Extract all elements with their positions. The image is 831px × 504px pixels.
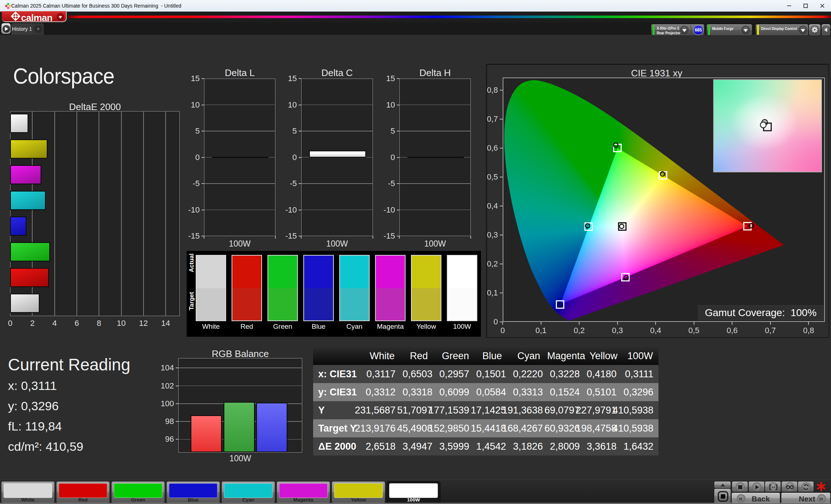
settings-button[interactable] bbox=[809, 24, 821, 36]
meter-name: X-Rite i1Pro 3 bbox=[657, 26, 679, 31]
table-cell-value: 0,6503 bbox=[403, 365, 433, 383]
table-row-label: x: CIE31 bbox=[313, 365, 364, 383]
rgb-y-tick-label: 100 bbox=[152, 399, 174, 408]
next-button[interactable]: Next» bbox=[781, 492, 831, 504]
delta-c-y-tick bbox=[299, 105, 301, 105]
swatch-red bbox=[232, 255, 262, 321]
meter-selector[interactable]: X-Rite i1Pro 3 Rear Projector 665 bbox=[651, 24, 705, 36]
swatch-label: White bbox=[193, 323, 229, 331]
inset-measured-point bbox=[760, 122, 766, 128]
play-button[interactable] bbox=[748, 481, 765, 492]
patch-swatch bbox=[59, 483, 107, 498]
delta-c-y-tick-label: -5 bbox=[276, 179, 297, 188]
patch-button-green[interactable]: Green bbox=[111, 481, 165, 503]
calman-menu-dropdown[interactable] bbox=[57, 13, 64, 21]
tab-history-1[interactable]: History 1 bbox=[11, 23, 33, 35]
delta-h-y-tick bbox=[397, 78, 399, 79]
stop-button[interactable] bbox=[732, 481, 748, 492]
patch-button-magenta[interactable]: Magenta bbox=[277, 481, 330, 503]
cie-y-tick bbox=[500, 90, 503, 91]
cie-measured-blue bbox=[558, 303, 562, 307]
delta-l-y-tick bbox=[201, 157, 204, 158]
swatch-label: Green bbox=[265, 323, 301, 331]
delta-l-y-tick bbox=[201, 131, 204, 131]
deltae-bar-white bbox=[10, 294, 40, 313]
table-cell-value: 0,3318 bbox=[403, 383, 433, 401]
display-name: Direct Display Control bbox=[761, 26, 797, 31]
patch-label: Green bbox=[112, 497, 165, 503]
patch-button-white[interactable]: White bbox=[1, 481, 55, 503]
minimize-button[interactable] bbox=[781, 0, 798, 11]
rgb-y-tick bbox=[176, 403, 178, 404]
swatch-label: Magenta bbox=[372, 323, 408, 331]
table-value: 213,9176 bbox=[364, 419, 401, 437]
table-cell-value: 177,1539 bbox=[428, 401, 469, 419]
delta-h-zero-bar bbox=[407, 157, 464, 158]
swatch-cyan bbox=[339, 255, 370, 321]
range-button[interactable] bbox=[765, 481, 781, 492]
delta-c-gridline bbox=[301, 183, 373, 184]
source-dropdown-arrow[interactable] bbox=[741, 26, 750, 34]
table-row-label: ΔE 2000 bbox=[313, 437, 364, 455]
table-cell-value: 2,6518 bbox=[366, 437, 396, 455]
cie-x-tick-label: 0 bbox=[492, 326, 514, 335]
delta-l-y-tick bbox=[201, 78, 204, 79]
table-cell-value: 231,5687 bbox=[355, 401, 396, 419]
session-play-button[interactable] bbox=[1, 23, 11, 34]
meter-dropdown-arrow[interactable] bbox=[680, 26, 689, 34]
cie-target-green bbox=[614, 144, 621, 151]
next-label: Next bbox=[799, 495, 815, 503]
refresh-button[interactable] bbox=[798, 481, 814, 492]
source-selector[interactable]: Mobile Forge bbox=[706, 24, 752, 36]
patch-button-yellow[interactable]: Yellow bbox=[332, 481, 385, 503]
deltae-gridline bbox=[165, 111, 166, 316]
rainbow-strip bbox=[68, 16, 831, 18]
deltae-x-tick-label: 0 bbox=[1, 319, 19, 328]
next-chevron-icon: » bbox=[819, 494, 823, 503]
delta-c-y-tick-label: -10 bbox=[276, 205, 297, 215]
meter-status-indicator bbox=[653, 25, 655, 35]
delta-h-y-tick-label: -15 bbox=[374, 231, 395, 241]
patch-button-cyan[interactable]: Cyan bbox=[221, 481, 275, 503]
stop-state-button[interactable] bbox=[714, 488, 731, 504]
loop-button[interactable] bbox=[781, 481, 798, 492]
swatch-actual bbox=[232, 256, 261, 288]
delta-h-y-tick-label: 5 bbox=[374, 126, 395, 136]
table-cell-value: 0,3312 bbox=[366, 383, 396, 401]
table-value: 0,2957 bbox=[437, 365, 474, 383]
display-dropdown-arrow[interactable] bbox=[799, 26, 807, 34]
swatch-actual bbox=[196, 256, 225, 288]
table-header-Magenta: Magenta bbox=[547, 347, 585, 365]
collapse-toolbar-button[interactable] bbox=[821, 24, 831, 36]
table-value: 152,9850 bbox=[437, 419, 474, 437]
spinner-up-button[interactable] bbox=[714, 481, 731, 488]
deltae-bar-green bbox=[10, 242, 50, 261]
table-value: 410,5938 bbox=[622, 401, 658, 419]
table-row-targety: Target Y213,917645,4908152,985015,441816… bbox=[313, 419, 658, 437]
table-cell-value: 0,4180 bbox=[587, 365, 617, 383]
cie-x-tick-label: 0,4 bbox=[645, 326, 666, 335]
table-cell-value: 0,0584 bbox=[476, 383, 506, 401]
source-name: Mobile Forge bbox=[712, 26, 734, 31]
close-button[interactable] bbox=[814, 0, 831, 11]
patch-button-100w[interactable]: 100W bbox=[387, 481, 440, 503]
add-tab-button[interactable]: + bbox=[33, 23, 44, 35]
patch-button-red[interactable]: Red bbox=[56, 481, 110, 503]
rgb-bar-red bbox=[191, 415, 222, 452]
maximize-button[interactable] bbox=[797, 0, 814, 11]
swatch-target bbox=[304, 288, 333, 321]
deltae-x-tick-label: 2 bbox=[23, 319, 41, 328]
back-button[interactable]: «Back bbox=[731, 492, 780, 504]
delta-l-gridline bbox=[204, 183, 275, 184]
delta-h-gridline bbox=[399, 210, 471, 210]
patch-button-blue[interactable]: Blue bbox=[166, 481, 220, 503]
table-cell-value: 2,8009 bbox=[550, 437, 580, 455]
table-value: 3,5999 bbox=[437, 437, 474, 455]
deltae-gridline bbox=[121, 111, 122, 316]
patch-swatch bbox=[389, 483, 438, 498]
calman-menu-button[interactable]: calman bbox=[2, 11, 67, 22]
cie-y-tick-label: 0,4 bbox=[475, 201, 498, 211]
cie-y-tick-label: 0,1 bbox=[475, 288, 498, 298]
back-chevron-icon: « bbox=[739, 494, 743, 503]
display-control-selector[interactable]: Direct Display Control bbox=[755, 24, 809, 36]
